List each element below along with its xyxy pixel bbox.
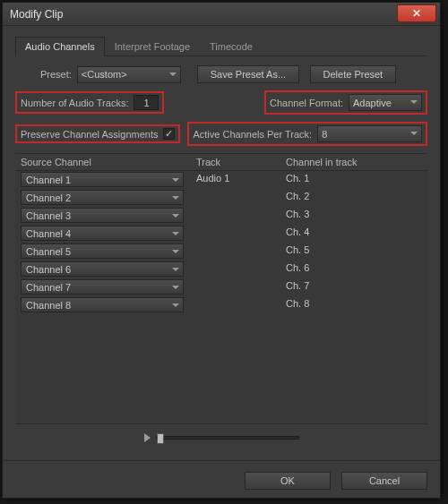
source-channel-dropdown[interactable]: Channel 6 (21, 261, 184, 277)
chevron-down-icon (172, 196, 179, 200)
track-cell (191, 243, 280, 261)
channel-in-track-cell: Ch. 5 (280, 243, 427, 261)
channel-in-track-cell: Ch. 1 (280, 171, 427, 189)
source-channel-dropdown[interactable]: Channel 8 (21, 297, 184, 312)
active-per-track-dropdown[interactable]: 8 (317, 125, 422, 142)
preset-value: <Custom> (82, 69, 127, 80)
track-cell (191, 261, 280, 278)
tab-bar: Audio Channels Interpret Footage Timecod… (15, 37, 427, 56)
channel-table: Source Channel Track Channel in track Ch… (15, 153, 427, 424)
table-row: Channel 3Ch. 3 (15, 207, 427, 225)
tab-interpret-footage[interactable]: Interpret Footage (105, 37, 200, 56)
source-channel-dropdown[interactable]: Channel 1 (21, 172, 184, 187)
source-channel-dropdown[interactable]: Channel 2 (21, 190, 184, 205)
tab-audio-channels[interactable]: Audio Channels (15, 37, 105, 56)
track-cell: Audio 1 (191, 171, 280, 189)
chevron-down-icon (172, 303, 179, 307)
channel-in-track-cell: Ch. 6 (280, 261, 427, 278)
col-channel-in-track: Channel in track (280, 154, 427, 170)
chevron-down-icon (172, 178, 179, 182)
window-title: Modify Clip (10, 8, 63, 21)
col-track: Track (191, 154, 280, 170)
chevron-down-icon (169, 73, 177, 76)
delete-preset-button: Delete Preset (310, 65, 396, 83)
preserve-label: Preserve Channel Assignments (21, 129, 158, 140)
table-row: Channel 4Ch. 4 (15, 225, 427, 243)
track-cell (191, 189, 280, 207)
check-icon: ✓ (165, 129, 173, 139)
channel-in-track-cell: Ch. 8 (280, 296, 427, 314)
preview-slider[interactable] (156, 436, 299, 440)
preserve-checkbox[interactable]: ✓ (163, 128, 175, 140)
source-channel-dropdown[interactable]: Channel 3 (21, 208, 184, 223)
save-preset-button[interactable]: Save Preset As... (197, 65, 299, 83)
table-row: Channel 5Ch. 5 (15, 243, 427, 261)
play-icon[interactable] (144, 433, 151, 442)
track-cell (191, 207, 280, 225)
source-channel-dropdown[interactable]: Channel 5 (21, 243, 184, 259)
chevron-down-icon (172, 214, 179, 218)
titlebar: Modify Clip ✕ (3, 3, 440, 26)
channel-in-track-cell: Ch. 7 (280, 278, 427, 296)
preset-label: Preset: (40, 69, 72, 80)
channel-format-label: Channel Format: (270, 98, 343, 108)
cancel-button[interactable]: Cancel (341, 472, 427, 490)
source-channel-dropdown[interactable]: Channel 4 (21, 226, 184, 241)
table-row: Channel 1Audio 1Ch. 1 (15, 171, 427, 189)
close-icon: ✕ (412, 7, 421, 20)
ok-button[interactable]: OK (245, 472, 331, 490)
track-cell (191, 225, 280, 243)
channel-in-track-cell: Ch. 2 (280, 189, 427, 207)
chevron-down-icon (172, 250, 179, 253)
highlight-num-tracks: Number of Audio Tracks: 1 (15, 91, 164, 114)
preview-slider-area (15, 433, 427, 442)
track-cell (191, 296, 280, 314)
table-row: Channel 6Ch. 6 (15, 261, 427, 278)
table-row: Channel 7Ch. 7 (15, 278, 427, 296)
chevron-down-icon (172, 268, 179, 271)
num-tracks-input[interactable]: 1 (134, 95, 159, 110)
chevron-down-icon (410, 100, 418, 104)
channel-format-dropdown[interactable]: Adaptive (349, 94, 422, 111)
tab-timecode[interactable]: Timecode (200, 37, 263, 56)
chevron-down-icon (172, 286, 179, 289)
track-cell (191, 278, 280, 296)
highlight-channel-format: Channel Format: Adaptive (264, 90, 427, 115)
col-source-channel: Source Channel (15, 154, 191, 170)
channel-in-track-cell: Ch. 3 (280, 207, 427, 225)
active-per-track-label: Active Channels Per Track: (193, 129, 312, 140)
table-row: Channel 2Ch. 2 (15, 189, 427, 207)
table-row: Channel 8Ch. 8 (15, 296, 427, 314)
source-channel-dropdown[interactable]: Channel 7 (21, 279, 184, 295)
dialog-footer: OK Cancel (3, 460, 440, 500)
num-tracks-label: Number of Audio Tracks: (21, 98, 128, 108)
channel-in-track-cell: Ch. 4 (280, 225, 427, 243)
highlight-preserve: Preserve Channel Assignments ✓ (15, 124, 180, 143)
chevron-down-icon (410, 132, 418, 135)
modify-clip-dialog: Modify Clip ✕ Audio Channels Interpret F… (2, 2, 441, 499)
close-button[interactable]: ✕ (397, 4, 436, 22)
preset-dropdown[interactable]: <Custom> (77, 66, 181, 83)
highlight-active-per-track: Active Channels Per Track: 8 (187, 122, 427, 146)
slider-thumb[interactable] (157, 433, 164, 444)
chevron-down-icon (172, 232, 179, 235)
